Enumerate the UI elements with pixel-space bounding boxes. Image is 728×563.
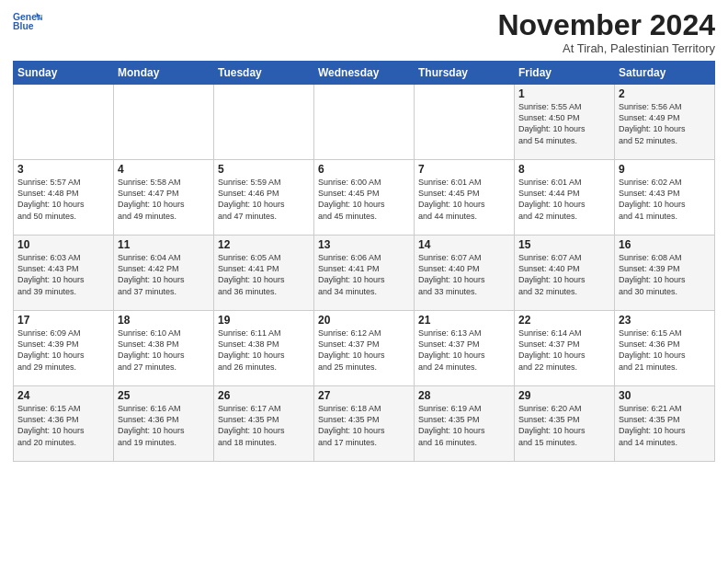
day-info: Sunrise: 5:58 AM Sunset: 4:47 PM Dayligh… bbox=[118, 177, 210, 222]
day-info: Sunrise: 6:19 AM Sunset: 4:35 PM Dayligh… bbox=[418, 403, 510, 448]
day-cell: 9Sunrise: 6:02 AM Sunset: 4:43 PM Daylig… bbox=[615, 160, 715, 236]
day-cell: 16Sunrise: 6:08 AM Sunset: 4:39 PM Dayli… bbox=[615, 236, 715, 311]
day-info: Sunrise: 6:12 AM Sunset: 4:37 PM Dayligh… bbox=[318, 327, 410, 373]
day-number: 18 bbox=[118, 314, 210, 327]
day-number: 22 bbox=[518, 314, 610, 327]
day-info: Sunrise: 6:11 AM Sunset: 4:38 PM Dayligh… bbox=[218, 327, 310, 373]
col-friday: Friday bbox=[515, 62, 615, 85]
day-number: 2 bbox=[619, 87, 711, 100]
day-cell: 25Sunrise: 6:16 AM Sunset: 4:36 PM Dayli… bbox=[114, 386, 214, 462]
day-number: 10 bbox=[17, 238, 109, 251]
day-number: 16 bbox=[619, 238, 711, 251]
day-cell: 18Sunrise: 6:10 AM Sunset: 4:38 PM Dayli… bbox=[114, 311, 214, 386]
day-info: Sunrise: 6:18 AM Sunset: 4:35 PM Dayligh… bbox=[318, 403, 410, 448]
day-cell: 4Sunrise: 5:58 AM Sunset: 4:47 PM Daylig… bbox=[114, 160, 214, 236]
week-row-4: 17Sunrise: 6:09 AM Sunset: 4:39 PM Dayli… bbox=[14, 311, 715, 386]
col-monday: Monday bbox=[114, 62, 214, 85]
day-cell: 28Sunrise: 6:19 AM Sunset: 4:35 PM Dayli… bbox=[415, 386, 515, 462]
day-cell: 23Sunrise: 6:15 AM Sunset: 4:36 PM Dayli… bbox=[615, 311, 715, 386]
col-sunday: Sunday bbox=[14, 62, 114, 85]
svg-text:Blue: Blue bbox=[13, 21, 34, 31]
day-info: Sunrise: 5:55 AM Sunset: 4:50 PM Dayligh… bbox=[518, 101, 610, 146]
title-block: November 2024 At Tirah, Palestinian Terr… bbox=[497, 9, 715, 55]
day-number: 7 bbox=[418, 163, 510, 176]
day-number: 23 bbox=[619, 314, 711, 327]
day-number: 14 bbox=[418, 238, 510, 251]
day-info: Sunrise: 6:13 AM Sunset: 4:37 PM Dayligh… bbox=[418, 327, 510, 373]
day-number: 11 bbox=[118, 238, 210, 251]
day-info: Sunrise: 6:00 AM Sunset: 4:45 PM Dayligh… bbox=[318, 177, 410, 222]
day-cell: 7Sunrise: 6:01 AM Sunset: 4:45 PM Daylig… bbox=[415, 160, 515, 236]
day-number: 24 bbox=[17, 389, 109, 402]
day-info: Sunrise: 6:16 AM Sunset: 4:36 PM Dayligh… bbox=[118, 403, 210, 448]
day-number: 28 bbox=[418, 389, 510, 402]
day-number: 4 bbox=[118, 163, 210, 176]
day-info: Sunrise: 5:57 AM Sunset: 4:48 PM Dayligh… bbox=[17, 177, 109, 222]
day-cell bbox=[214, 85, 314, 160]
day-cell: 24Sunrise: 6:15 AM Sunset: 4:36 PM Dayli… bbox=[14, 386, 114, 462]
day-number: 12 bbox=[218, 238, 310, 251]
day-cell: 27Sunrise: 6:18 AM Sunset: 4:35 PM Dayli… bbox=[314, 386, 415, 462]
day-info: Sunrise: 6:21 AM Sunset: 4:35 PM Dayligh… bbox=[619, 403, 711, 448]
day-cell bbox=[415, 85, 515, 160]
day-number: 29 bbox=[518, 389, 610, 402]
day-info: Sunrise: 6:07 AM Sunset: 4:40 PM Dayligh… bbox=[418, 252, 510, 297]
day-cell: 29Sunrise: 6:20 AM Sunset: 4:35 PM Dayli… bbox=[515, 386, 615, 462]
day-info: Sunrise: 6:01 AM Sunset: 4:44 PM Dayligh… bbox=[518, 177, 610, 222]
day-cell: 13Sunrise: 6:06 AM Sunset: 4:41 PM Dayli… bbox=[314, 236, 415, 311]
main-container: General Blue November 2024 At Tirah, Pal… bbox=[0, 0, 728, 469]
logo: General Blue bbox=[13, 9, 42, 35]
day-info: Sunrise: 6:14 AM Sunset: 4:37 PM Dayligh… bbox=[518, 327, 610, 373]
day-number: 9 bbox=[619, 163, 711, 176]
day-info: Sunrise: 6:01 AM Sunset: 4:45 PM Dayligh… bbox=[418, 177, 510, 222]
day-info: Sunrise: 6:17 AM Sunset: 4:35 PM Dayligh… bbox=[218, 403, 310, 448]
day-number: 15 bbox=[518, 238, 610, 251]
day-info: Sunrise: 6:15 AM Sunset: 4:36 PM Dayligh… bbox=[17, 403, 109, 448]
calendar-table: Sunday Monday Tuesday Wednesday Thursday… bbox=[13, 61, 715, 462]
day-info: Sunrise: 6:10 AM Sunset: 4:38 PM Dayligh… bbox=[118, 327, 210, 373]
day-cell: 17Sunrise: 6:09 AM Sunset: 4:39 PM Dayli… bbox=[14, 311, 114, 386]
day-number: 26 bbox=[218, 389, 310, 402]
col-thursday: Thursday bbox=[415, 62, 515, 85]
day-number: 17 bbox=[17, 314, 109, 327]
day-cell: 21Sunrise: 6:13 AM Sunset: 4:37 PM Dayli… bbox=[415, 311, 515, 386]
day-cell: 10Sunrise: 6:03 AM Sunset: 4:43 PM Dayli… bbox=[14, 236, 114, 311]
day-info: Sunrise: 6:20 AM Sunset: 4:35 PM Dayligh… bbox=[518, 403, 610, 448]
day-number: 27 bbox=[318, 389, 410, 402]
week-row-2: 3Sunrise: 5:57 AM Sunset: 4:48 PM Daylig… bbox=[14, 160, 715, 236]
day-number: 25 bbox=[118, 389, 210, 402]
day-cell: 6Sunrise: 6:00 AM Sunset: 4:45 PM Daylig… bbox=[314, 160, 415, 236]
day-info: Sunrise: 6:06 AM Sunset: 4:41 PM Dayligh… bbox=[318, 252, 410, 297]
day-cell: 8Sunrise: 6:01 AM Sunset: 4:44 PM Daylig… bbox=[515, 160, 615, 236]
day-info: Sunrise: 5:56 AM Sunset: 4:49 PM Dayligh… bbox=[619, 101, 711, 146]
day-cell: 15Sunrise: 6:07 AM Sunset: 4:40 PM Dayli… bbox=[515, 236, 615, 311]
header-row: Sunday Monday Tuesday Wednesday Thursday… bbox=[14, 62, 715, 85]
day-number: 3 bbox=[17, 163, 109, 176]
day-cell bbox=[114, 85, 214, 160]
day-number: 20 bbox=[318, 314, 410, 327]
location-subtitle: At Tirah, Palestinian Territory bbox=[497, 41, 715, 55]
day-cell bbox=[314, 85, 415, 160]
day-info: Sunrise: 6:05 AM Sunset: 4:41 PM Dayligh… bbox=[218, 252, 310, 297]
day-cell: 19Sunrise: 6:11 AM Sunset: 4:38 PM Dayli… bbox=[214, 311, 314, 386]
day-number: 19 bbox=[218, 314, 310, 327]
day-cell: 1Sunrise: 5:55 AM Sunset: 4:50 PM Daylig… bbox=[515, 85, 615, 160]
day-cell: 2Sunrise: 5:56 AM Sunset: 4:49 PM Daylig… bbox=[615, 85, 715, 160]
day-number: 30 bbox=[619, 389, 711, 402]
week-row-3: 10Sunrise: 6:03 AM Sunset: 4:43 PM Dayli… bbox=[14, 236, 715, 311]
week-row-1: 1Sunrise: 5:55 AM Sunset: 4:50 PM Daylig… bbox=[14, 85, 715, 160]
day-info: Sunrise: 6:04 AM Sunset: 4:42 PM Dayligh… bbox=[118, 252, 210, 297]
day-number: 8 bbox=[518, 163, 610, 176]
col-tuesday: Tuesday bbox=[214, 62, 314, 85]
day-number: 21 bbox=[418, 314, 510, 327]
calendar-body: 1Sunrise: 5:55 AM Sunset: 4:50 PM Daylig… bbox=[14, 85, 715, 462]
day-cell: 3Sunrise: 5:57 AM Sunset: 4:48 PM Daylig… bbox=[14, 160, 114, 236]
week-row-5: 24Sunrise: 6:15 AM Sunset: 4:36 PM Dayli… bbox=[14, 386, 715, 462]
day-number: 13 bbox=[318, 238, 410, 251]
day-info: Sunrise: 5:59 AM Sunset: 4:46 PM Dayligh… bbox=[218, 177, 310, 222]
day-cell: 14Sunrise: 6:07 AM Sunset: 4:40 PM Dayli… bbox=[415, 236, 515, 311]
col-saturday: Saturday bbox=[615, 62, 715, 85]
day-info: Sunrise: 6:08 AM Sunset: 4:39 PM Dayligh… bbox=[619, 252, 711, 297]
day-info: Sunrise: 6:03 AM Sunset: 4:43 PM Dayligh… bbox=[17, 252, 109, 297]
day-info: Sunrise: 6:02 AM Sunset: 4:43 PM Dayligh… bbox=[619, 177, 711, 222]
